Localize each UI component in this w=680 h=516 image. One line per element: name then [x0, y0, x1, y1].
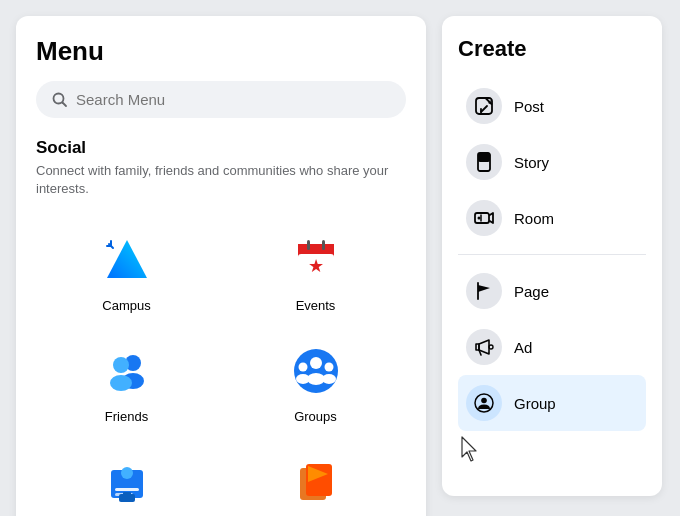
search-icon [52, 92, 68, 108]
svg-rect-40 [475, 213, 489, 223]
post-label: Post [514, 98, 544, 115]
left-panel: Menu Social Connect with family, friends… [16, 16, 426, 516]
create-item-group[interactable]: Group [458, 375, 646, 431]
social-section-title: Social [36, 138, 406, 158]
svg-point-44 [489, 345, 493, 349]
group-icon [466, 385, 502, 421]
groups-icon [286, 341, 346, 401]
svg-point-24 [324, 363, 333, 372]
create-divider [458, 254, 646, 255]
svg-point-17 [113, 357, 129, 373]
events-label: Events [296, 298, 336, 313]
search-bar[interactable] [36, 81, 406, 118]
news-feed-icon [97, 452, 157, 512]
room-icon [466, 200, 502, 236]
svg-point-23 [296, 374, 310, 384]
create-item-room[interactable]: Room [458, 190, 646, 246]
search-input[interactable] [76, 91, 390, 108]
room-label: Room [514, 210, 554, 227]
svg-rect-39 [478, 153, 490, 162]
story-icon [466, 144, 502, 180]
svg-point-20 [310, 357, 322, 369]
groups-label: Groups [294, 409, 337, 424]
svg-text:★: ★ [308, 256, 324, 276]
svg-rect-31 [123, 492, 131, 496]
group-label: Group [514, 395, 556, 412]
grid-item-friends[interactable]: Friends [36, 327, 217, 434]
grid-item-events[interactable]: ★ Events [225, 216, 406, 323]
friends-icon [97, 341, 157, 401]
svg-rect-14 [322, 240, 325, 250]
svg-point-18 [110, 375, 132, 391]
campus-label: Campus [102, 298, 150, 313]
ad-icon [466, 329, 502, 365]
svg-rect-13 [307, 240, 310, 250]
svg-point-22 [298, 363, 307, 372]
friends-label: Friends [105, 409, 148, 424]
create-item-story[interactable]: Story [458, 134, 646, 190]
campus-icon [97, 230, 157, 290]
svg-rect-35 [476, 98, 492, 114]
page-title: Menu [36, 36, 406, 67]
cursor-indicator [458, 435, 646, 463]
svg-point-25 [322, 374, 336, 384]
grid-item-news-feed[interactable]: News Feed [36, 438, 217, 516]
svg-marker-2 [107, 240, 147, 278]
create-item-post[interactable]: Post [458, 78, 646, 134]
svg-point-46 [481, 398, 487, 404]
create-item-page[interactable]: Page [458, 263, 646, 319]
svg-point-41 [478, 217, 481, 220]
page-icon [466, 273, 502, 309]
grid-item-pages[interactable]: Pages [225, 438, 406, 516]
svg-point-27 [121, 467, 133, 479]
svg-point-19 [294, 349, 338, 393]
create-title: Create [458, 36, 646, 62]
create-item-ad[interactable]: Ad [458, 319, 646, 375]
grid-item-groups[interactable]: Groups [225, 327, 406, 434]
grid-item-campus[interactable]: Campus [36, 216, 217, 323]
social-section-desc: Connect with family, friends and communi… [36, 162, 406, 198]
pages-icon [286, 452, 346, 512]
ad-label: Ad [514, 339, 532, 356]
events-icon: ★ [286, 230, 346, 290]
post-icon [466, 88, 502, 124]
story-label: Story [514, 154, 549, 171]
page-label: Page [514, 283, 549, 300]
right-panel: Create Post Story [442, 16, 662, 496]
svg-rect-28 [115, 488, 139, 491]
svg-line-1 [63, 102, 67, 106]
social-grid: Campus ★ Events [36, 216, 406, 516]
